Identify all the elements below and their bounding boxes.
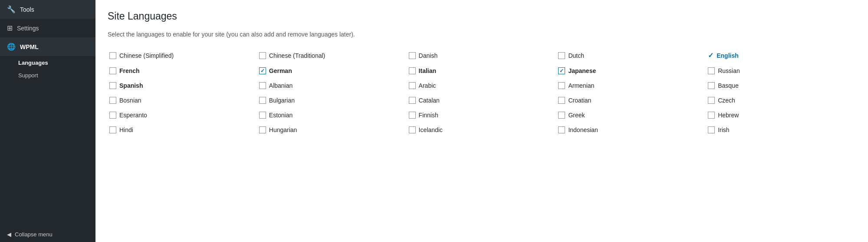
lang-name: Danish xyxy=(419,52,438,59)
lang-cell[interactable]: Greek xyxy=(556,108,706,123)
lang-checkbox[interactable] xyxy=(259,52,266,59)
checkmark-icon: ✓ xyxy=(708,51,713,60)
sidebar-sub-languages[interactable]: Languages xyxy=(0,56,95,70)
sidebar-item-tools[interactable]: 🔧 Tools xyxy=(0,0,95,19)
lang-checkbox[interactable] xyxy=(259,82,266,89)
collapse-menu-button[interactable]: ◀ Collapse menu xyxy=(0,227,95,242)
lang-name: Hebrew xyxy=(718,112,739,119)
lang-cell[interactable]: German xyxy=(257,63,407,78)
sidebar-settings-label: Settings xyxy=(17,25,39,32)
lang-name: Irish xyxy=(718,126,729,133)
lang-cell[interactable]: Esperanto xyxy=(108,108,257,123)
lang-cell[interactable]: Armenian xyxy=(556,78,706,93)
lang-cell[interactable]: Irish xyxy=(706,123,856,137)
lang-checkbox[interactable] xyxy=(708,126,715,133)
lang-cell[interactable]: Albanian xyxy=(257,78,407,93)
lang-cell[interactable]: Japanese xyxy=(556,63,706,78)
lang-cell[interactable]: Croatian xyxy=(556,93,706,108)
lang-cell[interactable]: Arabic xyxy=(407,78,557,93)
lang-checkbox[interactable] xyxy=(708,67,715,74)
lang-cell[interactable]: Chinese (Traditional) xyxy=(257,47,407,63)
lang-name: French xyxy=(119,67,140,74)
lang-name: Indonesian xyxy=(568,126,598,133)
lang-checkbox[interactable] xyxy=(708,112,715,119)
sidebar-languages-label: Languages xyxy=(18,60,48,66)
main-content: Site Languages Select the languages to e… xyxy=(95,0,868,242)
lang-name: Catalan xyxy=(419,97,440,104)
lang-cell[interactable]: Bulgarian xyxy=(257,93,407,108)
lang-name: Arabic xyxy=(419,82,436,89)
lang-name: Italian xyxy=(419,67,436,74)
lang-cell[interactable]: Indonesian xyxy=(556,123,706,137)
lang-cell[interactable]: Basque xyxy=(706,78,856,93)
lang-checkbox[interactable] xyxy=(558,97,565,104)
lang-checkbox[interactable] xyxy=(259,126,266,133)
wpml-icon: 🌐 xyxy=(7,43,16,51)
lang-cell[interactable]: French xyxy=(108,63,257,78)
lang-cell[interactable]: ✓English xyxy=(706,47,856,63)
lang-checkbox[interactable] xyxy=(558,67,565,74)
lang-cell[interactable]: Spanish xyxy=(108,78,257,93)
lang-name: Chinese (Traditional) xyxy=(269,52,325,59)
lang-checkbox[interactable] xyxy=(558,112,565,119)
lang-name: English xyxy=(717,52,739,59)
lang-name: Hindi xyxy=(119,126,133,133)
lang-cell[interactable]: Hungarian xyxy=(257,123,407,137)
page-title: Site Languages xyxy=(108,10,856,22)
lang-checkbox[interactable] xyxy=(708,82,715,89)
collapse-label: Collapse menu xyxy=(15,231,53,238)
lang-checkbox[interactable] xyxy=(259,67,266,74)
lang-checkbox[interactable] xyxy=(409,112,416,119)
lang-cell[interactable]: Icelandic xyxy=(407,123,557,137)
lang-checkbox[interactable] xyxy=(259,112,266,119)
lang-checkbox[interactable] xyxy=(708,97,715,104)
sidebar: 🔧 Tools ⊞ Settings 🌐 WPML Languages Supp… xyxy=(0,0,95,242)
lang-checkbox[interactable] xyxy=(409,52,416,59)
lang-name: Dutch xyxy=(568,52,584,59)
lang-cell[interactable]: Czech xyxy=(706,93,856,108)
lang-cell[interactable]: Hebrew xyxy=(706,108,856,123)
lang-checkbox[interactable] xyxy=(558,126,565,133)
lang-name: Croatian xyxy=(568,97,591,104)
lang-checkbox[interactable] xyxy=(109,67,116,74)
lang-cell[interactable]: Dutch xyxy=(556,47,706,63)
lang-cell[interactable]: Italian xyxy=(407,63,557,78)
lang-name: Albanian xyxy=(269,82,293,89)
collapse-icon: ◀ xyxy=(7,231,11,238)
lang-cell[interactable]: Chinese (Simplified) xyxy=(108,47,257,63)
lang-name: Basque xyxy=(718,82,738,89)
lang-checkbox[interactable] xyxy=(558,52,565,59)
lang-checkbox[interactable] xyxy=(109,52,116,59)
lang-checkbox[interactable] xyxy=(109,82,116,89)
lang-name: Hungarian xyxy=(269,126,297,133)
sidebar-item-settings[interactable]: ⊞ Settings xyxy=(0,19,95,37)
lang-checkbox[interactable] xyxy=(409,126,416,133)
lang-checkbox[interactable] xyxy=(409,67,416,74)
lang-cell[interactable]: Estonian xyxy=(257,108,407,123)
lang-name: Estonian xyxy=(269,112,293,119)
lang-cell[interactable]: Hindi xyxy=(108,123,257,137)
lang-cell[interactable]: Russian xyxy=(706,63,856,78)
lang-name: Czech xyxy=(718,97,735,104)
lang-name: German xyxy=(269,67,292,74)
lang-cell[interactable]: Catalan xyxy=(407,93,557,108)
lang-checkbox[interactable] xyxy=(558,82,565,89)
lang-checkbox[interactable] xyxy=(109,126,116,133)
lang-checkbox[interactable] xyxy=(109,97,116,104)
lang-name: Russian xyxy=(718,67,740,74)
lang-name: Armenian xyxy=(568,82,594,89)
tools-icon: 🔧 xyxy=(7,5,16,13)
lang-cell[interactable]: Bosnian xyxy=(108,93,257,108)
lang-checkbox[interactable] xyxy=(409,82,416,89)
lang-name: Greek xyxy=(568,112,585,119)
lang-checkbox[interactable] xyxy=(109,112,116,119)
lang-checkbox[interactable] xyxy=(259,97,266,104)
sidebar-item-wpml[interactable]: 🌐 WPML xyxy=(0,37,95,56)
lang-checkbox[interactable] xyxy=(409,97,416,104)
sidebar-sub-support[interactable]: Support xyxy=(0,70,95,81)
lang-cell[interactable]: Finnish xyxy=(407,108,557,123)
lang-name: Finnish xyxy=(419,112,438,119)
sidebar-wpml-label: WPML xyxy=(20,43,39,50)
lang-cell[interactable]: Danish xyxy=(407,47,557,63)
lang-name: Esperanto xyxy=(119,112,147,119)
